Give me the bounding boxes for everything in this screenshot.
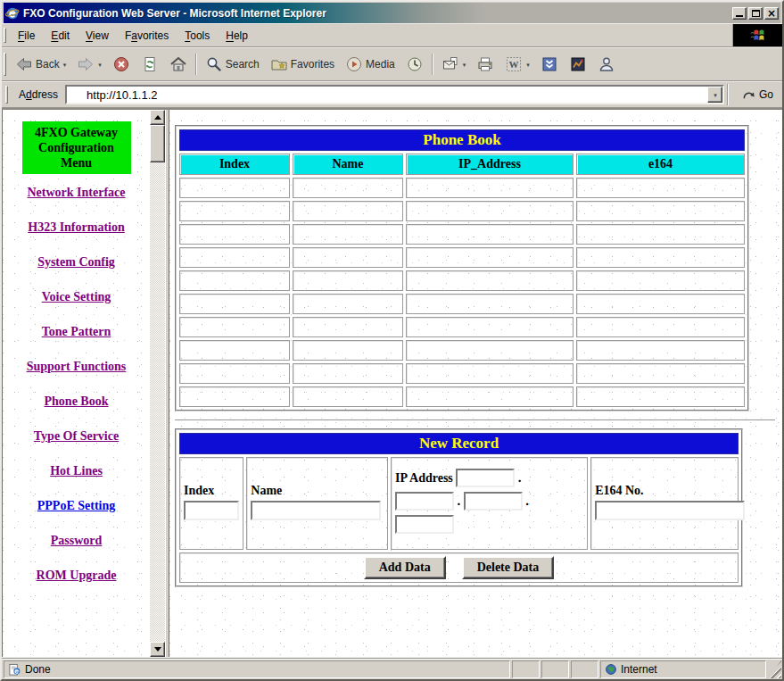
table-row <box>179 363 745 384</box>
download-chevrons-icon <box>541 55 558 73</box>
close-button[interactable]: × <box>764 7 779 20</box>
scroll-up-button[interactable] <box>150 110 165 125</box>
scrollbar-thumb[interactable] <box>150 125 165 162</box>
ip-octet-2-field[interactable] <box>395 492 454 511</box>
maximize-button[interactable] <box>748 7 763 20</box>
home-icon <box>169 55 187 73</box>
address-bar: Address http://10.1.1.2 ▾ Go <box>2 81 782 108</box>
sidebar-item-h323-information[interactable]: H323 Information <box>10 220 143 235</box>
sidebar-item-password[interactable]: Password <box>10 533 143 548</box>
windows-flag-throbber-icon <box>732 24 782 46</box>
address-grip[interactable] <box>5 86 8 104</box>
search-button[interactable]: Search <box>200 52 265 77</box>
media-tool-button[interactable] <box>564 52 592 77</box>
edit-word-dropdown-icon[interactable]: ▾ <box>525 62 530 68</box>
scrollbar-track[interactable] <box>150 125 165 642</box>
sidebar-item-voice-setting[interactable]: Voice Setting <box>10 289 143 304</box>
table-row <box>179 386 745 407</box>
sidebar-item-network-interface[interactable]: Network Interface <box>10 185 143 200</box>
refresh-icon <box>141 55 159 73</box>
ip-octet-1-field[interactable] <box>456 469 515 487</box>
sidebar-item-system-config[interactable]: System Config <box>10 254 143 270</box>
sidebar-item-hot-lines[interactable]: Hot Lines <box>10 463 143 478</box>
edit-word-icon: W <box>505 55 523 73</box>
print-button[interactable] <box>471 52 499 77</box>
minimize-icon <box>736 15 743 17</box>
delete-data-button[interactable]: Delete Data <box>462 556 555 579</box>
name-cell: Name <box>246 457 388 550</box>
zone-label: Internet <box>621 663 657 676</box>
scroll-down-icon <box>154 647 161 652</box>
history-button[interactable] <box>400 52 429 77</box>
status-pane-2 <box>541 660 569 678</box>
status-text: Done <box>25 663 51 676</box>
edit-word-button[interactable]: W ▾ <box>499 52 535 77</box>
home-button[interactable] <box>164 52 193 77</box>
ip-octet-3-field[interactable] <box>464 492 523 511</box>
sidebar: 4FXO Gateway Configuration Menu Network … <box>3 110 150 657</box>
download-tool-button[interactable] <box>535 52 564 77</box>
mail-button[interactable]: ▾ <box>436 52 472 77</box>
chevron-down-icon: ▾ <box>713 92 717 98</box>
toolbar-grip[interactable] <box>4 53 6 75</box>
menu-edit[interactable]: Edit <box>43 27 78 45</box>
messenger-button[interactable] <box>592 52 621 77</box>
new-record-button-row: Add Data Delete Data <box>179 552 739 583</box>
stop-button[interactable] <box>107 52 136 77</box>
sidebar-item-tone-pattern[interactable]: Tone Pattern <box>10 324 143 339</box>
new-record-table: New Record Index Name IP Address <box>175 428 743 587</box>
favorites-button[interactable]: Favorites <box>265 52 340 77</box>
toolbar: Back ▾ ▾ Search Favorites Media <box>2 47 782 81</box>
sidebar-item-phone-book[interactable]: Phone Book <box>10 394 143 409</box>
menu-favorites[interactable]: Favorites <box>117 27 177 45</box>
e164-field[interactable] <box>595 501 745 520</box>
menu-file[interactable]: File <box>10 27 43 45</box>
forward-button[interactable]: ▾ <box>71 52 107 77</box>
sidebar-frame: 4FXO Gateway Configuration Menu Network … <box>2 110 165 657</box>
menu-tools[interactable]: Tools <box>177 27 218 45</box>
sidebar-item-support-functions[interactable]: Support Functions <box>10 359 143 374</box>
ip-address-label: IP Address <box>395 471 453 485</box>
back-icon <box>15 55 33 73</box>
sidebar-item-pppoe-setting[interactable]: PPPoE Setting <box>10 498 143 513</box>
forward-dropdown-icon[interactable]: ▾ <box>97 62 102 68</box>
sidebar-item-type-of-service[interactable]: Type Of Service <box>10 428 143 444</box>
address-input[interactable]: http://10.1.1.2 ▾ <box>65 85 724 104</box>
status-bar: Done Internet <box>2 658 782 679</box>
sidebar-item-rom-upgrade[interactable]: ROM Upgrade <box>10 568 143 583</box>
e164-cell: E164 No. <box>590 457 739 550</box>
sidebar-menu: Network InterfaceH323 InformationSystem … <box>3 185 150 583</box>
media-icon <box>345 55 363 73</box>
scroll-down-button[interactable] <box>150 642 165 657</box>
ip-octet-4-field[interactable] <box>395 515 454 534</box>
name-field[interactable] <box>251 501 381 520</box>
favorites-label: Favorites <box>291 58 334 71</box>
scroll-up-icon <box>154 115 161 120</box>
status-pane-3 <box>571 660 598 678</box>
status-pane-1 <box>512 660 540 678</box>
column-header-ip-address: IP_Address <box>406 154 574 175</box>
maximize-icon <box>752 10 760 17</box>
back-dropdown-icon[interactable]: ▾ <box>62 62 67 68</box>
refresh-button[interactable] <box>136 52 164 77</box>
go-button[interactable]: Go <box>737 87 780 104</box>
address-value[interactable]: http://10.1.1.2 <box>67 88 707 102</box>
menu-view[interactable]: View <box>78 27 117 45</box>
media-button[interactable]: Media <box>340 52 400 77</box>
mail-dropdown-icon[interactable]: ▾ <box>462 62 466 68</box>
frameset: 4FXO Gateway Configuration Menu Network … <box>2 108 782 658</box>
minimize-button[interactable] <box>732 7 747 20</box>
back-button[interactable]: Back ▾ <box>10 52 71 77</box>
address-dropdown-button[interactable]: ▾ <box>707 87 722 103</box>
add-data-button[interactable]: Add Data <box>364 556 446 579</box>
menu-help[interactable]: Help <box>218 27 256 45</box>
phone-book-empty-rows <box>179 178 745 407</box>
sidebar-scrollbar[interactable] <box>150 110 165 657</box>
resize-grip[interactable] <box>768 660 781 678</box>
ip-address-cell: IP Address . . . <box>391 457 588 550</box>
history-icon <box>406 55 424 73</box>
menu-grip[interactable] <box>4 28 6 44</box>
index-field[interactable] <box>184 501 239 520</box>
index-label: Index <box>184 484 214 497</box>
media-tool-icon <box>569 55 587 73</box>
